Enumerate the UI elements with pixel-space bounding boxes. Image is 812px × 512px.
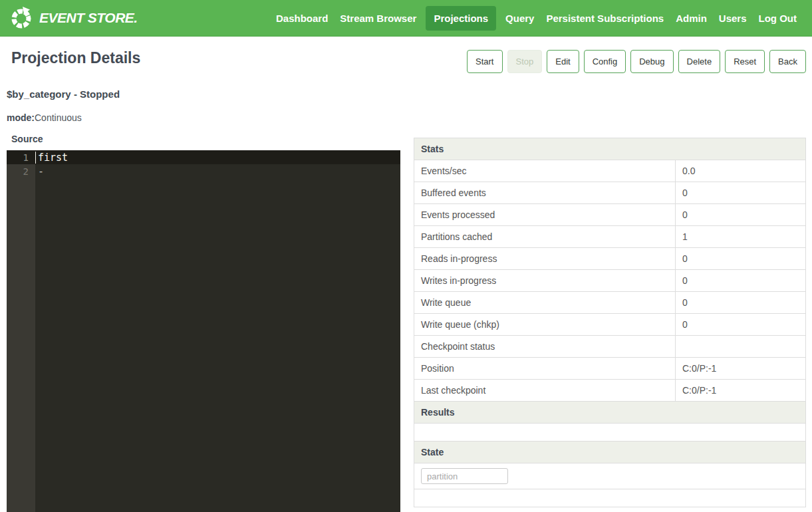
event-store-logo-icon: [9, 6, 33, 30]
stat-value: C:0/P:-1: [676, 358, 806, 380]
mode-label: mode:: [7, 112, 35, 123]
stats-row: Reads in-progress 0: [414, 248, 806, 270]
edit-button[interactable]: Edit: [547, 50, 579, 73]
line-number: 2: [7, 166, 35, 177]
stat-value: [676, 336, 806, 358]
stats-row: Write queue 0: [414, 292, 806, 314]
nav-item-projections[interactable]: Projections: [426, 6, 496, 31]
projection-name-status: $by_category - Stopped: [7, 88, 806, 100]
projection-mode: mode:Continuous: [7, 112, 806, 123]
stat-label: Writes in-progress: [414, 270, 676, 292]
stats-row: Events/sec 0.0: [414, 160, 806, 182]
stat-label: Write queue: [414, 292, 676, 314]
stats-row: Checkpoint status: [414, 336, 806, 358]
page-content: Projection Details Start Stop Edit Confi…: [0, 37, 812, 512]
nav-item-log-out[interactable]: Log Out: [753, 6, 803, 31]
stat-value: C:0/P:-1: [676, 380, 806, 402]
page-header: Projection Details Start Stop Edit Confi…: [6, 37, 806, 73]
stats-row: Last checkpoint C:0/P:-1: [414, 380, 806, 402]
brand-text: EVENT STORE.: [39, 10, 138, 26]
code-text: -: [35, 166, 44, 178]
stat-label: Partitions cached: [414, 226, 676, 248]
projection-toolbar: Start Stop Edit Config Debug Delete Rese…: [462, 50, 806, 73]
stats-row: Position C:0/P:-1: [414, 358, 806, 380]
state-empty-row: [414, 489, 806, 507]
stat-value: 0: [676, 292, 806, 314]
stat-label: Write queue (chkp): [414, 314, 676, 336]
nav-item-admin[interactable]: Admin: [670, 6, 713, 31]
stat-label: Position: [414, 358, 676, 380]
debug-button[interactable]: Debug: [630, 50, 673, 73]
partition-input[interactable]: [421, 468, 508, 484]
nav-item-query[interactable]: Query: [499, 6, 540, 31]
source-label: Source: [11, 134, 400, 144]
stat-value: 0: [676, 314, 806, 336]
partition-cell: [414, 463, 806, 489]
stat-value: 1: [676, 226, 806, 248]
stat-value: 0: [676, 270, 806, 292]
details-panel: Stats Events/sec 0.0 Buffered events 0 E…: [414, 134, 806, 512]
stat-label: Events processed: [414, 204, 676, 226]
stats-row: Buffered events 0: [414, 182, 806, 204]
stat-value: 0.0: [676, 160, 806, 182]
stats-row: Write queue (chkp) 0: [414, 314, 806, 336]
state-content: [414, 489, 806, 507]
back-button[interactable]: Back: [769, 50, 806, 73]
stat-value: 0: [676, 182, 806, 204]
stats-row: Writes in-progress 0: [414, 270, 806, 292]
stats-row: Events processed 0: [414, 204, 806, 226]
start-button[interactable]: Start: [467, 50, 502, 73]
stat-value: 0: [676, 204, 806, 226]
results-content: [414, 424, 806, 442]
top-nav: EVENT STORE. Dashboard Stream Browser Pr…: [0, 0, 812, 37]
editor-line: 1 first: [7, 150, 400, 164]
stat-label: Reads in-progress: [414, 248, 676, 270]
delete-button[interactable]: Delete: [678, 50, 721, 73]
nav-item-dashboard[interactable]: Dashboard: [270, 6, 334, 31]
page-title: Projection Details: [11, 49, 140, 67]
stat-label: Buffered events: [414, 182, 676, 204]
nav-item-users[interactable]: Users: [713, 6, 753, 31]
editor-line: 2 -: [7, 164, 400, 178]
stat-label: Events/sec: [414, 160, 676, 182]
results-title: Results: [414, 402, 806, 424]
source-panel: Source 1 first 2 -: [7, 134, 400, 512]
nav-item-stream-browser[interactable]: Stream Browser: [334, 6, 422, 31]
state-section-header: State: [414, 442, 806, 463]
stat-value: 0: [676, 248, 806, 270]
line-number: 1: [7, 152, 35, 163]
config-button[interactable]: Config: [584, 50, 626, 73]
reset-button[interactable]: Reset: [725, 50, 765, 73]
details-table: Stats Events/sec 0.0 Buffered events 0 E…: [414, 138, 806, 507]
stop-button: Stop: [507, 50, 543, 73]
state-partition-row: [414, 463, 806, 489]
main-columns: Source 1 first 2 - Stats: [6, 134, 806, 512]
results-section-header: Results: [414, 402, 806, 424]
results-empty-row: [414, 424, 806, 442]
nav-item-persistent-subscriptions[interactable]: Persistent Subscriptions: [540, 6, 670, 31]
stats-title: Stats: [414, 138, 806, 160]
stat-label: Checkpoint status: [414, 336, 676, 358]
nav-menu: Dashboard Stream Browser Projections Que…: [270, 6, 803, 31]
brand[interactable]: EVENT STORE.: [9, 6, 138, 30]
source-code-editor[interactable]: 1 first 2 -: [7, 150, 400, 512]
stat-label: Last checkpoint: [414, 380, 676, 402]
code-text: first: [35, 152, 68, 164]
mode-value: Continuous: [35, 112, 82, 123]
state-title: State: [414, 442, 806, 463]
stats-row: Partitions cached 1: [414, 226, 806, 248]
stats-section-header: Stats: [414, 138, 806, 160]
